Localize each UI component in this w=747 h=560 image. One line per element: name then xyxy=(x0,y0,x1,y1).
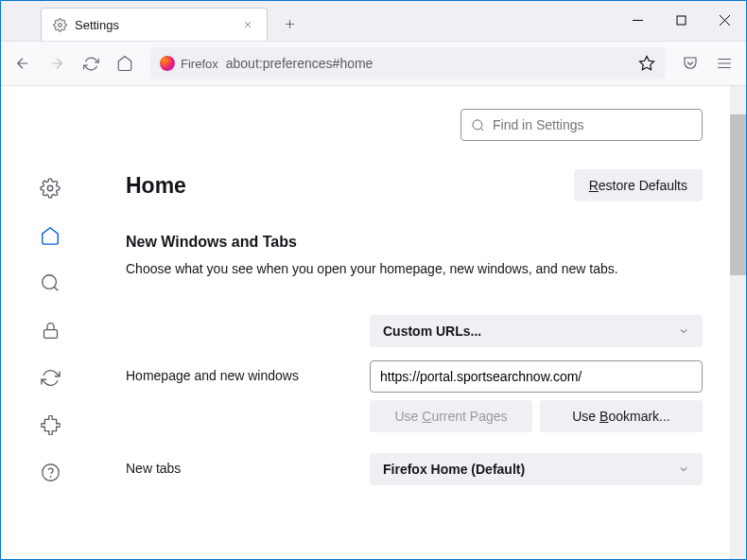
url-bar[interactable]: Firefox about:preferences#home xyxy=(150,47,665,79)
close-window-button[interactable] xyxy=(703,0,746,41)
svg-rect-0 xyxy=(677,16,686,25)
chevron-down-icon xyxy=(678,464,689,475)
minimize-button[interactable] xyxy=(616,0,659,41)
sidebar-item-help[interactable] xyxy=(38,460,62,484)
back-button[interactable] xyxy=(7,47,39,79)
newtabs-dropdown[interactable]: Firefox Home (Default) xyxy=(370,453,703,485)
maximize-button[interactable] xyxy=(659,0,703,41)
window-controls xyxy=(616,0,746,41)
use-current-pages-button[interactable]: Use Current Pages xyxy=(370,400,532,432)
settings-sidebar xyxy=(1,86,99,559)
reload-button[interactable] xyxy=(75,47,107,79)
newtabs-label: New tabs xyxy=(126,453,370,476)
sidebar-item-general[interactable] xyxy=(38,176,62,201)
search-input[interactable] xyxy=(493,117,692,132)
scrollbar-thumb[interactable] xyxy=(730,114,746,275)
use-bookmark-button[interactable]: Use Bookmark... xyxy=(540,400,703,432)
homepage-label: Homepage and new windows xyxy=(126,360,370,383)
restore-defaults-button[interactable]: Restore Defaults xyxy=(574,169,703,201)
close-tab-icon[interactable] xyxy=(238,15,257,34)
sidebar-item-privacy[interactable] xyxy=(38,318,62,342)
content-area: Home Restore Defaults New Windows and Ta… xyxy=(1,86,746,559)
url-text: about:preferences#home xyxy=(226,56,374,71)
app-menu-button[interactable] xyxy=(708,47,740,79)
section-description: Choose what you see when you open your h… xyxy=(126,260,703,279)
sidebar-item-sync[interactable] xyxy=(38,365,62,390)
homepage-url-input[interactable] xyxy=(370,360,703,393)
dropdown-label: Custom URLs... xyxy=(383,324,481,339)
section-title: New Windows and Tabs xyxy=(126,234,703,251)
dropdown-label: Firefox Home (Default) xyxy=(383,462,525,477)
firefox-logo-icon xyxy=(160,56,175,71)
tab-title: Settings xyxy=(75,18,238,32)
site-identity[interactable]: Firefox xyxy=(160,56,218,71)
forward-button[interactable] xyxy=(41,47,73,79)
sidebar-item-home[interactable] xyxy=(38,223,62,248)
svg-point-5 xyxy=(473,119,482,129)
new-tab-button[interactable] xyxy=(275,9,304,38)
toolbar: Firefox about:preferences#home xyxy=(1,42,746,86)
sidebar-item-extensions[interactable] xyxy=(38,412,62,437)
svg-point-1 xyxy=(43,275,57,289)
chevron-down-icon xyxy=(678,325,689,337)
home-button[interactable] xyxy=(109,47,141,79)
bookmark-star-icon[interactable] xyxy=(638,55,655,72)
save-to-pocket-button[interactable] xyxy=(674,47,706,79)
identity-label: Firefox xyxy=(181,57,218,71)
browser-tab[interactable]: Settings xyxy=(41,8,268,41)
sidebar-item-search[interactable] xyxy=(38,271,62,295)
titlebar: Settings xyxy=(1,1,746,42)
settings-search[interactable] xyxy=(460,109,703,141)
svg-point-3 xyxy=(42,464,59,481)
homepage-mode-dropdown[interactable]: Custom URLs... xyxy=(370,315,703,347)
svg-point-4 xyxy=(49,476,51,478)
main-pane: Home Restore Defaults New Windows and Ta… xyxy=(99,86,746,559)
page-title: Home xyxy=(126,173,186,199)
svg-rect-2 xyxy=(43,329,57,338)
gear-icon xyxy=(53,18,67,32)
